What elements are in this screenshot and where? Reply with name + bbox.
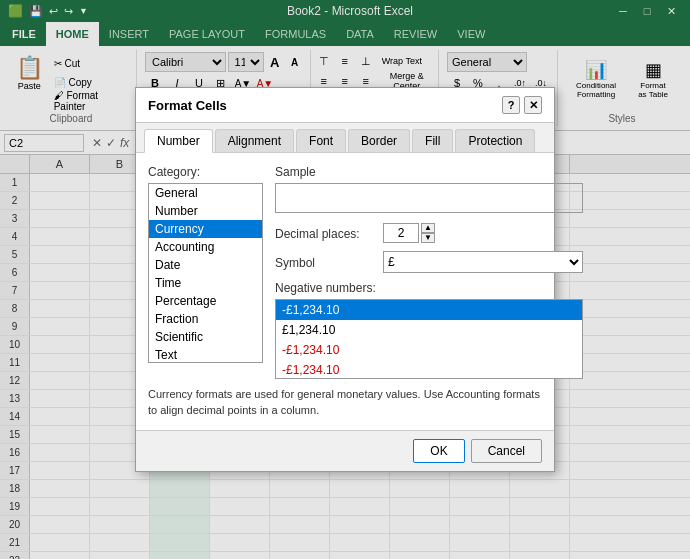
dialog-tab-font[interactable]: Font: [296, 129, 346, 152]
dialog-title-bar: Format Cells ? ✕: [136, 88, 554, 123]
neg-option-1[interactable]: £1,234.10: [276, 320, 582, 340]
decimal-places-label: Decimal places:: [275, 225, 375, 241]
category-list[interactable]: General Number Currency Accounting Date …: [148, 183, 263, 363]
format-note: Currency formats are used for general mo…: [148, 387, 542, 418]
category-section: Category: General Number Currency Accoun…: [148, 165, 263, 379]
neg-option-3[interactable]: -£1,234.10: [276, 360, 582, 379]
ok-button[interactable]: OK: [413, 439, 464, 463]
cat-number[interactable]: Number: [149, 202, 262, 220]
neg-option-2[interactable]: -£1,234.10: [276, 340, 582, 360]
cat-fraction[interactable]: Fraction: [149, 310, 262, 328]
decimal-places-input[interactable]: [383, 223, 419, 243]
cat-accounting[interactable]: Accounting: [149, 238, 262, 256]
negative-numbers-list[interactable]: -£1,234.10 £1,234.10 -£1,234.10 -£1,234.…: [275, 299, 583, 379]
spin-down-button[interactable]: ▼: [421, 233, 435, 243]
cat-scientific[interactable]: Scientific: [149, 328, 262, 346]
dialog-tabs: Number Alignment Font Border Fill Protec…: [136, 123, 554, 153]
spin-buttons: ▲ ▼: [421, 223, 435, 243]
symbol-label: Symbol: [275, 254, 375, 270]
cat-date[interactable]: Date: [149, 256, 262, 274]
spin-up-button[interactable]: ▲: [421, 223, 435, 233]
cat-time[interactable]: Time: [149, 274, 262, 292]
cat-general[interactable]: General: [149, 184, 262, 202]
dialog-help-button[interactable]: ?: [502, 96, 520, 114]
dialog-tab-protection[interactable]: Protection: [455, 129, 535, 152]
sample-label: Sample: [275, 165, 583, 179]
cancel-button[interactable]: Cancel: [471, 439, 542, 463]
dialog-title-text: Format Cells: [148, 98, 227, 113]
dialog-title-controls: ? ✕: [502, 96, 542, 114]
dialog-footer: OK Cancel: [136, 430, 554, 471]
dialog-tab-fill[interactable]: Fill: [412, 129, 453, 152]
dialog-content: Category: General Number Currency Accoun…: [136, 153, 554, 430]
dialog-tab-number[interactable]: Number: [144, 129, 213, 153]
dialog-overlay: Format Cells ? ✕ Number Alignment Font B…: [0, 0, 690, 559]
category-label: Category:: [148, 165, 263, 179]
format-options-panel: Sample Decimal places: ▲ ▼: [275, 165, 583, 379]
cat-percentage[interactable]: Percentage: [149, 292, 262, 310]
symbol-select[interactable]: £: [383, 251, 583, 273]
dialog-tab-border[interactable]: Border: [348, 129, 410, 152]
neg-option-0[interactable]: -£1,234.10: [276, 300, 582, 320]
dialog-tab-alignment[interactable]: Alignment: [215, 129, 294, 152]
cat-text[interactable]: Text: [149, 346, 262, 363]
dialog-close-button[interactable]: ✕: [524, 96, 542, 114]
cat-currency[interactable]: Currency: [149, 220, 262, 238]
sample-box: [275, 183, 583, 213]
format-cells-dialog: Format Cells ? ✕ Number Alignment Font B…: [135, 87, 555, 472]
negative-label: Negative numbers:: [275, 281, 583, 295]
decimal-places-spinner: ▲ ▼: [383, 223, 435, 243]
